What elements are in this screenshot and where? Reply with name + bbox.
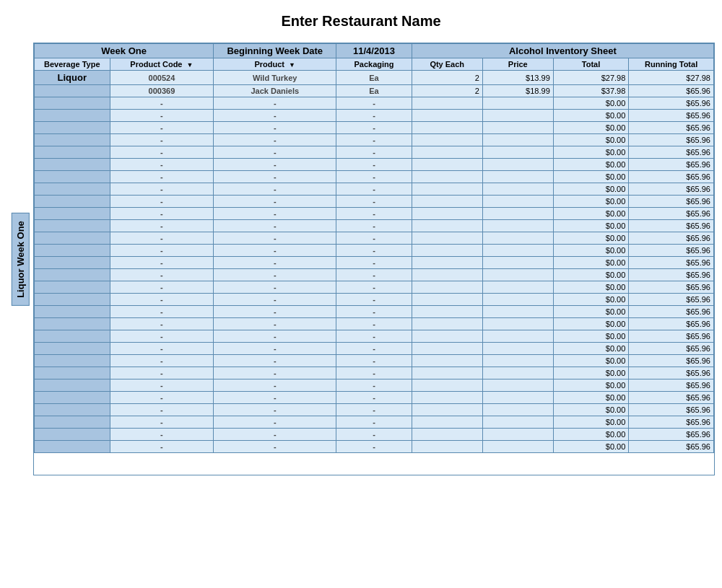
cell-total[interactable]: $37.98 <box>553 85 629 97</box>
cell-total[interactable]: $0.00 <box>553 232 629 245</box>
cell-beverage-type[interactable] <box>35 306 110 318</box>
cell-running-total[interactable]: $65.96 <box>629 245 714 257</box>
table-row[interactable]: ---$0.00$65.96 <box>35 367 714 379</box>
cell-packaging[interactable]: - <box>336 97 412 110</box>
cell-product-code[interactable]: - <box>110 318 214 330</box>
table-row[interactable]: ---$0.00$65.96 <box>35 416 714 429</box>
cell-beverage-type[interactable] <box>35 429 110 441</box>
cell-qty[interactable]: 2 <box>412 71 482 85</box>
cell-packaging[interactable]: - <box>336 110 412 122</box>
cell-packaging[interactable]: - <box>336 416 412 429</box>
table-row[interactable]: ---$0.00$65.96 <box>35 330 714 343</box>
cell-product[interactable]: - <box>214 330 336 343</box>
cell-packaging[interactable]: - <box>336 257 412 269</box>
cell-qty[interactable] <box>412 294 482 306</box>
cell-packaging[interactable]: - <box>336 429 412 441</box>
cell-price[interactable] <box>482 355 553 367</box>
cell-total[interactable]: $0.00 <box>553 269 629 281</box>
cell-qty[interactable] <box>412 367 482 379</box>
cell-qty[interactable] <box>412 171 482 183</box>
cell-qty[interactable] <box>412 122 482 134</box>
cell-product-code[interactable]: - <box>110 429 214 441</box>
cell-total[interactable]: $0.00 <box>553 146 629 159</box>
cell-beverage-type[interactable] <box>35 404 110 416</box>
cell-packaging[interactable]: - <box>336 281 412 294</box>
cell-beverage-type[interactable] <box>35 245 110 257</box>
cell-packaging[interactable]: Ea <box>336 71 412 85</box>
cell-product[interactable]: - <box>214 318 336 330</box>
cell-packaging[interactable]: - <box>336 392 412 404</box>
cell-price[interactable] <box>482 306 553 318</box>
cell-running-total[interactable]: $65.96 <box>629 183 714 196</box>
cell-running-total[interactable]: $65.96 <box>629 269 714 281</box>
cell-product-code[interactable]: - <box>110 220 214 232</box>
cell-packaging[interactable]: Ea <box>336 85 412 97</box>
cell-qty[interactable] <box>412 146 482 159</box>
cell-beverage-type[interactable] <box>35 159 110 171</box>
cell-beverage-type[interactable] <box>35 416 110 429</box>
cell-product[interactable]: - <box>214 294 336 306</box>
cell-running-total[interactable]: $65.96 <box>629 355 714 367</box>
cell-running-total[interactable]: $65.96 <box>629 429 714 441</box>
cell-product[interactable]: - <box>214 220 336 232</box>
cell-price[interactable] <box>482 429 553 441</box>
table-row[interactable]: ---$0.00$65.96 <box>35 404 714 416</box>
cell-qty[interactable] <box>412 404 482 416</box>
cell-total[interactable]: $0.00 <box>553 404 629 416</box>
cell-price[interactable] <box>482 97 553 110</box>
cell-price[interactable] <box>482 183 553 196</box>
cell-price[interactable] <box>482 379 553 392</box>
table-row[interactable]: ---$0.00$65.96 <box>35 306 714 318</box>
table-row[interactable]: Liquor000524Wild TurkeyEa2$13.99$27.98$2… <box>35 71 714 85</box>
cell-total[interactable]: $0.00 <box>553 257 629 269</box>
cell-total[interactable]: $0.00 <box>553 343 629 355</box>
cell-product[interactable]: - <box>214 245 336 257</box>
cell-running-total[interactable]: $65.96 <box>629 196 714 208</box>
cell-product[interactable]: - <box>214 171 336 183</box>
cell-product[interactable]: - <box>214 392 336 404</box>
cell-product[interactable]: - <box>214 183 336 196</box>
cell-product-code[interactable]: - <box>110 146 214 159</box>
col-header-product[interactable]: Product ▼ <box>214 58 336 71</box>
cell-running-total[interactable]: $65.96 <box>629 122 714 134</box>
cell-beverage-type[interactable] <box>35 85 110 97</box>
cell-running-total[interactable]: $65.96 <box>629 220 714 232</box>
cell-beverage-type[interactable] <box>35 146 110 159</box>
cell-total[interactable]: $0.00 <box>553 196 629 208</box>
cell-price[interactable] <box>482 416 553 429</box>
cell-product-code[interactable]: - <box>110 281 214 294</box>
table-row[interactable]: ---$0.00$65.96 <box>35 343 714 355</box>
cell-beverage-type[interactable] <box>35 392 110 404</box>
cell-beverage-type[interactable] <box>35 97 110 110</box>
cell-total[interactable]: $0.00 <box>553 97 629 110</box>
cell-total[interactable]: $0.00 <box>553 294 629 306</box>
table-row[interactable]: ---$0.00$65.96 <box>35 232 714 245</box>
cell-beverage-type[interactable] <box>35 183 110 196</box>
cell-total[interactable]: $0.00 <box>553 134 629 146</box>
cell-qty[interactable] <box>412 183 482 196</box>
cell-qty[interactable] <box>412 429 482 441</box>
cell-running-total[interactable]: $65.96 <box>629 330 714 343</box>
cell-packaging[interactable]: - <box>336 232 412 245</box>
cell-packaging[interactable]: - <box>336 171 412 183</box>
cell-product-code[interactable]: - <box>110 122 214 134</box>
table-row[interactable]: ---$0.00$65.96 <box>35 355 714 367</box>
cell-beverage-type[interactable] <box>35 281 110 294</box>
table-row[interactable]: ---$0.00$65.96 <box>35 429 714 441</box>
cell-total[interactable]: $0.00 <box>553 122 629 134</box>
table-row[interactable]: ---$0.00$65.96 <box>35 281 714 294</box>
cell-total[interactable]: $0.00 <box>553 330 629 343</box>
cell-running-total[interactable]: $65.96 <box>629 110 714 122</box>
cell-beverage-type[interactable] <box>35 257 110 269</box>
cell-packaging[interactable]: - <box>336 183 412 196</box>
cell-product[interactable]: - <box>214 159 336 171</box>
cell-price[interactable] <box>482 134 553 146</box>
cell-running-total[interactable]: $27.98 <box>629 71 714 85</box>
cell-price[interactable] <box>482 404 553 416</box>
product-filter-icon[interactable]: ▼ <box>289 61 295 69</box>
cell-packaging[interactable]: - <box>336 220 412 232</box>
cell-product[interactable]: - <box>214 196 336 208</box>
cell-price[interactable] <box>482 159 553 171</box>
cell-total[interactable]: $0.00 <box>553 159 629 171</box>
table-row[interactable]: ---$0.00$65.96 <box>35 122 714 134</box>
